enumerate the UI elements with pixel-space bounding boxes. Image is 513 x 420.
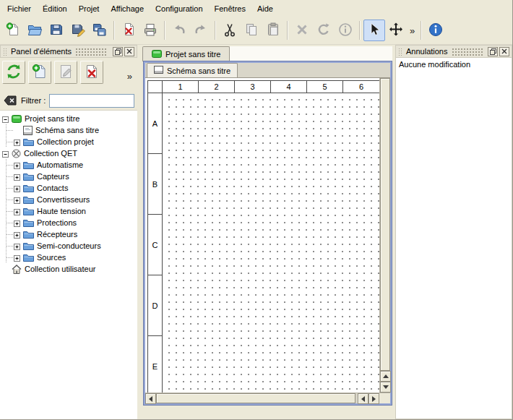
element-info-button[interactable] (335, 20, 356, 41)
tree-item-collection-utilisateur[interactable]: Collection utilisateur (0, 263, 137, 275)
paste-button[interactable] (262, 20, 284, 41)
about-info-button[interactable] (425, 20, 447, 41)
folder-icon (23, 184, 34, 192)
new-element-button[interactable] (28, 61, 51, 84)
mdi-workspace: Schéma sans titre 1 2 3 4 (140, 61, 392, 419)
menu-projet[interactable]: Projet (73, 0, 105, 17)
expander-plus-icon[interactable] (14, 185, 20, 192)
menu-configuration[interactable]: Configuration (150, 0, 208, 17)
tree-item-automatisme[interactable]: Automatisme (0, 159, 137, 171)
scroll-right-button[interactable] (368, 393, 379, 404)
new-document-button[interactable] (2, 20, 24, 41)
redo-button[interactable] (190, 20, 212, 41)
edit-element-button[interactable] (54, 61, 77, 84)
close-icon (501, 48, 507, 54)
expander-plus-icon[interactable] (14, 162, 20, 168)
toolbar-separator (113, 21, 115, 40)
schema-canvas[interactable]: 1 2 3 4 5 6 A B (145, 78, 379, 393)
elements-tree[interactable]: Projet sans titre Schéma sans titre Coll… (0, 110, 137, 419)
arrow-down-icon (383, 385, 389, 389)
save-button[interactable] (46, 20, 67, 41)
scroll-down-button[interactable] (380, 382, 391, 393)
close-file-button[interactable] (118, 20, 139, 41)
expander-plus-icon[interactable] (14, 208, 20, 215)
clear-filter-button[interactable] (3, 95, 17, 106)
dock-grip-icon[interactable] (3, 48, 8, 56)
delete-element-button[interactable] (80, 61, 103, 84)
move-mode-button[interactable] (385, 20, 407, 41)
expander-minus-icon[interactable] (2, 150, 9, 157)
copy-button[interactable] (241, 20, 262, 41)
tree-item-recepteurs[interactable]: Récepteurs (0, 228, 137, 240)
tree-item-protections[interactable]: Protections (0, 217, 137, 228)
expander-plus-icon[interactable] (14, 231, 20, 238)
horizontal-scroll-thumb[interactable] (156, 393, 355, 403)
tree-item-sources[interactable]: Sources (0, 252, 137, 263)
mdi-area: Projet sans titre Schéma sans titre (140, 45, 392, 419)
vertical-scroll-thumb[interactable] (380, 78, 390, 371)
tree-item-convertisseurs[interactable]: Convertisseurs (0, 194, 137, 205)
tree-item-contacts[interactable]: Contacts (0, 182, 137, 194)
tab-schema-sans-titre[interactable]: Schéma sans titre (147, 63, 238, 77)
expander-plus-icon[interactable] (14, 139, 20, 145)
filter-input[interactable] (49, 94, 134, 108)
toolbar-overflow-icon[interactable]: » (407, 26, 418, 35)
tab-projet-sans-titre[interactable]: Projet sans titre (142, 46, 230, 61)
tree-item-label: Collection QET (24, 149, 77, 158)
expander-minus-icon[interactable] (2, 116, 9, 122)
scroll-up-button[interactable] (380, 371, 391, 382)
close-panel-button[interactable] (499, 47, 509, 56)
scroll-left-button[interactable] (145, 393, 156, 404)
save-all-icon (92, 22, 108, 39)
scroll-left-button-2[interactable] (358, 393, 368, 404)
tree-item-collection-projet[interactable]: Collection projet (0, 136, 137, 147)
menu-edition[interactable]: Édition (37, 0, 73, 17)
project-subwindow: Schéma sans titre 1 2 3 4 (144, 61, 392, 405)
expander-plus-icon[interactable] (14, 197, 20, 203)
expander-plus-icon[interactable] (14, 220, 20, 226)
save-all-button[interactable] (89, 20, 111, 41)
project-tab-bar: Projet sans titre (140, 45, 392, 61)
panel-toolbar-overflow-icon[interactable]: » (124, 72, 135, 81)
ruler-row: C (148, 215, 162, 275)
menu-fenetres[interactable]: Fenêtres (209, 0, 251, 17)
select-mode-button[interactable] (363, 20, 385, 41)
undo-panel-titlebar[interactable]: Annulations (395, 45, 512, 58)
tree-item-label: Contacts (37, 184, 68, 192)
dock-grip-icon[interactable] (398, 48, 403, 56)
tree-item-semi-conducteurs[interactable]: Semi-conducteurs (0, 240, 137, 252)
save-as-button[interactable] (67, 20, 89, 41)
float-panel-button[interactable] (488, 47, 498, 56)
open-project-button[interactable] (24, 20, 46, 41)
sheet-body: A B C D E (148, 93, 379, 393)
schema-grid[interactable] (163, 93, 379, 393)
dock-grip-icon[interactable] (75, 48, 108, 56)
dock-grip-icon[interactable] (452, 48, 483, 56)
delete-button[interactable] (291, 20, 313, 41)
menu-aide[interactable]: Aide (251, 0, 279, 17)
close-panel-button[interactable] (124, 47, 134, 56)
tree-item-project[interactable]: Projet sans titre (0, 113, 137, 124)
menu-fichier[interactable]: Fichier (1, 0, 37, 17)
reload-collections-button[interactable] (2, 61, 25, 84)
menu-affichage[interactable]: Affichage (105, 0, 150, 17)
tree-item-capteurs[interactable]: Capteurs (0, 171, 137, 182)
undo-empty-text: Aucune modification (399, 60, 470, 69)
schema-tab-label: Schéma sans titre (167, 67, 230, 75)
expander-plus-icon[interactable] (14, 243, 20, 249)
expander-plus-icon[interactable] (14, 173, 20, 180)
rotate-button[interactable] (313, 20, 335, 41)
float-panel-button[interactable] (113, 47, 123, 56)
tree-item-schema[interactable]: Schéma sans titre (0, 124, 137, 136)
expander-plus-icon[interactable] (14, 254, 20, 261)
cut-button[interactable] (219, 20, 241, 41)
folder-icon (23, 137, 34, 146)
print-button[interactable] (139, 20, 161, 41)
tree-item-collection-qet[interactable]: Collection QET (0, 147, 137, 159)
move-arrows-icon (388, 22, 404, 39)
schema-icon (154, 66, 163, 75)
ruler-column: 2 (199, 81, 235, 93)
tree-item-haute-tension[interactable]: Haute tension (0, 205, 137, 217)
undo-button[interactable] (168, 20, 190, 41)
elements-panel-titlebar[interactable]: Panel d'éléments (0, 45, 137, 58)
